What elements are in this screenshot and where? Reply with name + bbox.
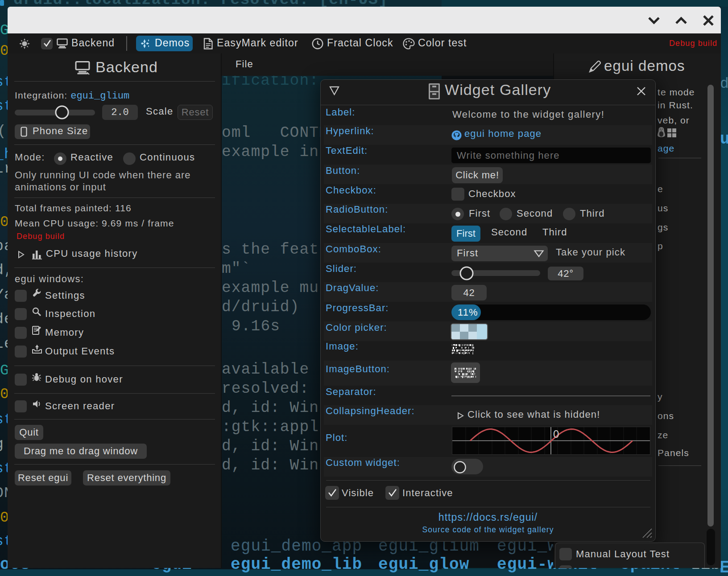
svg-text:0: 0 (553, 428, 559, 440)
